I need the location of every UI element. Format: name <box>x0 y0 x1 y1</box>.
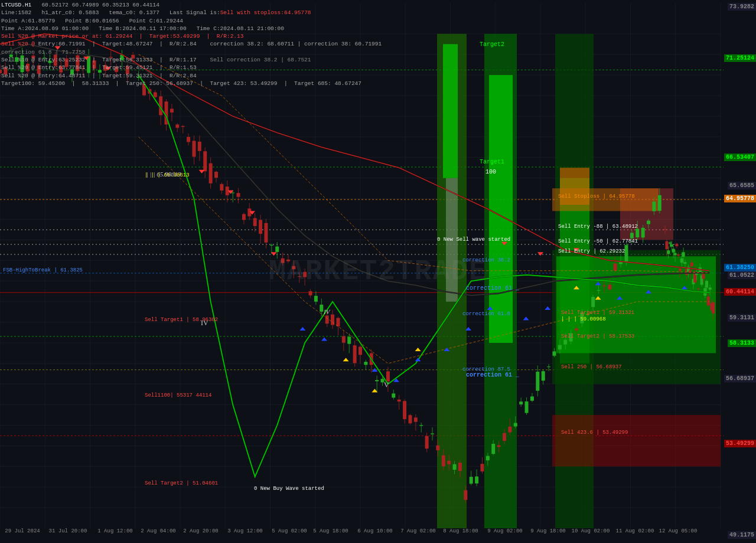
price-66: 66.53407 <box>724 153 756 161</box>
time-10: 7 Aug 02:00 <box>400 528 435 534</box>
time-7: 5 Aug 02:00 <box>272 528 307 534</box>
price-59: 59.3131 <box>728 314 756 322</box>
time-15: 11 Aug 02:00 <box>616 528 654 534</box>
price-53: 53.49299 <box>724 440 756 447</box>
time-4: 2 Aug 04:00 <box>141 528 175 534</box>
time-13: 9 Aug 18:00 <box>530 528 565 534</box>
price-49: 49.1175 <box>728 531 756 539</box>
price-64: 64.95778 <box>724 195 756 202</box>
time-3: 1 Aug 12:00 <box>97 528 132 534</box>
time-5: 2 Aug 20:00 <box>183 528 218 534</box>
time-6: 3 Aug 12:00 <box>227 528 262 534</box>
correction-61-annotation: correction 61 _ <box>466 372 519 378</box>
price-axis: 73.9282 71.25124 66.53407 65.6585 64.957… <box>721 0 756 531</box>
price-73: 73.9282 <box>728 3 756 11</box>
price-71: 71.25124 <box>724 54 756 62</box>
time-axis: 29 Jul 2024 31 Jul 20:00 1 Aug 12:00 2 A… <box>0 528 721 540</box>
time-12: 9 Aug 02:00 <box>487 528 522 534</box>
time-1: 29 Jul 2024 <box>5 528 40 534</box>
time-2: 31 Jul 20:00 <box>49 528 87 534</box>
chart-container: MARKET2TRADE LTCUSD.H1 60.52172 60.74989… <box>0 0 756 543</box>
chart-canvas <box>0 0 756 543</box>
price-58: 58.3133 <box>728 339 756 347</box>
time-9: 6 Aug 10:00 <box>357 528 392 534</box>
price-61-38: 61.38250 <box>724 264 756 272</box>
price-60: 60.44114 <box>724 288 756 296</box>
price-56: 56.68937 <box>724 375 756 382</box>
time-11: 8 Aug 18:00 <box>443 528 478 534</box>
time-16: 12 Aug 05:00 <box>659 528 698 534</box>
time-14: 10 Aug 02:00 <box>572 528 610 534</box>
price-65: 65.6585 <box>728 182 756 189</box>
time-8: 5 Aug 18:00 <box>313 528 348 534</box>
price-61-05: 61.0522 <box>728 272 756 279</box>
